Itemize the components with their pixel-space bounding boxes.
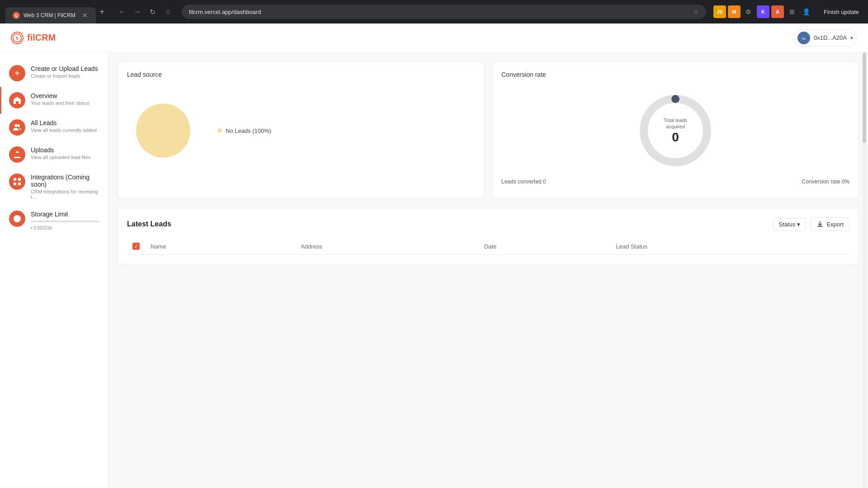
all-leads-icon bbox=[9, 119, 25, 136]
svg-rect-7 bbox=[18, 178, 21, 181]
svg-point-5 bbox=[17, 124, 20, 127]
integrations-label: Integrations (Coming soon) bbox=[31, 174, 99, 188]
legend-dot bbox=[217, 128, 222, 133]
table-header-status: Lead Status bbox=[610, 238, 849, 255]
chevron-down-icon: ▾ bbox=[850, 35, 853, 41]
create-leads-desc: Create or Import leads bbox=[31, 73, 98, 79]
new-tab-button[interactable]: + bbox=[96, 7, 108, 17]
ext-k-icon[interactable]: K bbox=[757, 5, 769, 18]
overview-desc: Your leads and their status bbox=[31, 100, 90, 106]
total-leads-label: Total leads acquired bbox=[655, 117, 696, 130]
tab-close-button[interactable]: ✕ bbox=[81, 12, 89, 19]
conversion-donut-chart: Total leads acquired 0 bbox=[635, 90, 716, 171]
ext-metamask-icon[interactable]: M bbox=[728, 5, 741, 18]
uploads-icon bbox=[9, 146, 25, 163]
status-dropdown-label: Status bbox=[779, 221, 796, 228]
sidebar-item-all-leads[interactable]: All Leads View all leads currently added bbox=[0, 114, 108, 141]
status-dropdown[interactable]: Status ▾ bbox=[773, 218, 807, 231]
leads-actions: Status ▾ Export bbox=[773, 217, 849, 231]
no-leads-legend-label: No Leads (100%) bbox=[226, 127, 271, 134]
ext-js-icon[interactable]: JS bbox=[713, 5, 726, 18]
overview-icon bbox=[9, 92, 25, 108]
leads-table: ✓ Name Address Date Lead Status bbox=[127, 238, 849, 255]
create-leads-icon: + bbox=[9, 65, 25, 81]
storage-icon bbox=[9, 211, 25, 227]
svg-rect-8 bbox=[14, 183, 16, 185]
storage-label: Storage Limit bbox=[31, 211, 99, 218]
status-chevron-icon: ▾ bbox=[797, 221, 800, 228]
browser-chrome: Q Web 3 CRM | FilCRM ✕ + ← → ↻ ⌂ filcrm.… bbox=[0, 0, 868, 23]
uploads-desc: View all uploaded lead files bbox=[31, 155, 91, 160]
tab-favicon: Q bbox=[13, 12, 20, 19]
sidebar-item-uploads[interactable]: Uploads View all uploaded lead files bbox=[0, 141, 108, 168]
charts-row: Lead source No Leads (100%) Conversion r… bbox=[118, 61, 859, 199]
create-leads-label: Create or Upload Leads bbox=[31, 65, 98, 72]
sidebar-item-storage[interactable]: Storage Limit • 0.00/2Gb bbox=[0, 205, 108, 237]
svg-rect-6 bbox=[14, 178, 16, 181]
sidebar: + Create or Upload Leads Create or Impor… bbox=[0, 52, 108, 488]
storage-bar-container: • 0.00/2Gb bbox=[31, 221, 99, 231]
ext-a-icon[interactable]: A bbox=[771, 5, 784, 18]
ext-grid-icon[interactable]: ⊞ bbox=[786, 5, 798, 18]
browser-nav: ← → ↻ ⌂ bbox=[112, 5, 178, 18]
storage-bar bbox=[31, 221, 99, 222]
overview-label: Overview bbox=[31, 92, 90, 99]
user-display-name: 0x1D...A20A bbox=[814, 34, 847, 41]
leads-converted-label: Leads converted bbox=[501, 178, 542, 185]
table-header-checkbox: ✓ bbox=[127, 238, 145, 255]
svg-text:0x: 0x bbox=[802, 37, 806, 41]
table-header-address: Address bbox=[295, 238, 479, 255]
sidebar-item-create[interactable]: + Create or Upload Leads Create or Impor… bbox=[0, 60, 108, 87]
donut-center: Total leads acquired 0 bbox=[655, 117, 696, 145]
all-leads-label: All Leads bbox=[31, 119, 97, 127]
storage-bar-fill bbox=[31, 221, 32, 222]
conversion-rate-value: 0% bbox=[842, 178, 849, 185]
app-container: fi filCRM 0x 0x1D...A20A ▾ + Creat bbox=[0, 23, 868, 488]
sidebar-item-integrations[interactable]: Integrations (Coming soon) CRM Integrati… bbox=[0, 168, 108, 205]
forward-button[interactable]: → bbox=[131, 5, 144, 18]
svg-text:fi: fi bbox=[16, 36, 19, 41]
profile-icon[interactable]: 👤 bbox=[800, 5, 813, 18]
lead-source-card: Lead source No Leads (100%) bbox=[118, 61, 485, 199]
user-menu[interactable]: 0x 0x1D...A20A ▾ bbox=[793, 29, 857, 47]
user-avatar: 0x bbox=[797, 32, 810, 44]
ext-settings-icon[interactable]: ⚙ bbox=[742, 5, 755, 18]
select-all-checkbox[interactable]: ✓ bbox=[132, 243, 140, 250]
all-leads-desc: View all leads currently added bbox=[31, 127, 97, 133]
storage-usage-text: • 0.00/2Gb bbox=[31, 225, 52, 230]
integrations-desc: CRM Integrations for receiving l... bbox=[31, 189, 99, 200]
uploads-label: Uploads bbox=[31, 146, 91, 154]
bookmark-icon[interactable]: ☆ bbox=[693, 8, 699, 15]
svg-rect-9 bbox=[18, 183, 21, 185]
table-header-name: Name bbox=[145, 238, 295, 255]
lead-source-content: No Leads (100%) bbox=[127, 85, 475, 176]
logo-icon: fi bbox=[11, 32, 24, 44]
reload-button[interactable]: ↻ bbox=[146, 5, 159, 18]
app-logo: fi filCRM bbox=[11, 32, 56, 44]
back-button[interactable]: ← bbox=[116, 5, 128, 18]
svg-point-11 bbox=[136, 103, 190, 158]
export-button[interactable]: Export bbox=[811, 217, 849, 231]
lead-source-legend-item: No Leads (100%) bbox=[217, 127, 271, 134]
export-icon bbox=[816, 221, 824, 228]
main-layout: + Create or Upload Leads Create or Impor… bbox=[0, 52, 868, 488]
address-bar[interactable]: filcrm.vercel.app/dashboard ☆ bbox=[182, 5, 706, 19]
leads-header: Latest Leads Status ▾ Export bbox=[127, 217, 849, 231]
scrollbar-track[interactable] bbox=[863, 52, 866, 488]
leads-converted-value: 0 bbox=[543, 178, 546, 185]
browser-tabs: Q Web 3 CRM | FilCRM ✕ + bbox=[5, 0, 108, 23]
leads-table-head: ✓ Name Address Date Lead Status bbox=[127, 238, 849, 255]
leads-table-header-row: ✓ Name Address Date Lead Status bbox=[127, 238, 849, 255]
total-leads-value: 0 bbox=[655, 130, 696, 144]
sidebar-item-overview[interactable]: Overview Your leads and their status bbox=[0, 87, 108, 114]
finish-update-button[interactable]: Finish update bbox=[820, 7, 863, 17]
logo-text: filCRM bbox=[27, 33, 56, 43]
main-content: Lead source No Leads (100%) Conversion r… bbox=[108, 52, 868, 488]
tab-title: Web 3 CRM | FilCRM bbox=[24, 12, 78, 19]
app-header: fi filCRM 0x 0x1D...A20A ▾ bbox=[0, 23, 868, 52]
address-text: filcrm.vercel.app/dashboard bbox=[189, 9, 689, 15]
home-button[interactable]: ⌂ bbox=[162, 5, 175, 18]
lead-source-title: Lead source bbox=[127, 71, 475, 78]
scrollbar-thumb[interactable] bbox=[863, 52, 866, 143]
active-tab[interactable]: Q Web 3 CRM | FilCRM ✕ bbox=[5, 7, 96, 23]
